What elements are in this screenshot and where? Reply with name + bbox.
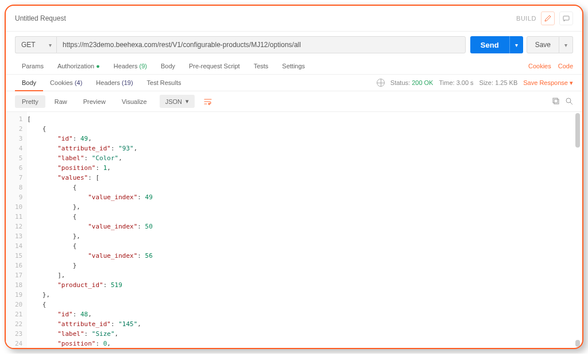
response-tabs: Body Cookies (4) Headers (19) Test Resul…	[15, 75, 188, 91]
status-label: Status: 200 OK	[390, 79, 434, 86]
request-row: GET Send ▾ Save ▾	[6, 32, 582, 58]
time-label: Time: 3.00 s	[439, 79, 473, 86]
save-dropdown[interactable]: ▾	[559, 36, 573, 53]
view-pretty[interactable]: Pretty	[15, 95, 45, 108]
code-link[interactable]: Code	[558, 63, 573, 69]
request-title: Untitled Request	[15, 14, 66, 22]
copy-icon[interactable]	[552, 98, 560, 105]
view-raw[interactable]: Raw	[48, 95, 74, 108]
tab-authorization[interactable]: Authorization ●	[51, 58, 107, 74]
build-label: BUILD	[516, 15, 536, 22]
url-input[interactable]	[56, 36, 466, 53]
tab-tests[interactable]: Tests	[247, 58, 276, 74]
resp-tab-testresults[interactable]: Test Results	[140, 75, 188, 91]
viewer-row: Pretty Raw Preview Visualize JSON▾	[6, 91, 582, 112]
response-meta-row: Body Cookies (4) Headers (19) Test Resul…	[6, 75, 582, 91]
resp-tab-cookies[interactable]: Cookies (4)	[43, 75, 89, 91]
cookies-link[interactable]: Cookies	[528, 63, 551, 69]
tab-params[interactable]: Params	[15, 58, 51, 74]
send-dropdown[interactable]: ▾	[509, 36, 523, 53]
resp-tab-body[interactable]: Body	[15, 75, 43, 91]
save-button[interactable]: Save	[527, 36, 559, 53]
response-body-viewer[interactable]: 1234567891011121314151617181920212223242…	[6, 112, 582, 348]
send-button[interactable]: Send	[470, 36, 509, 53]
view-preview[interactable]: Preview	[76, 95, 113, 108]
tab-headers[interactable]: Headers (9)	[107, 58, 154, 74]
edit-icon[interactable]	[541, 11, 555, 25]
svg-rect-1	[554, 99, 559, 104]
wrap-lines-icon[interactable]	[199, 96, 216, 107]
view-visualize[interactable]: Visualize	[115, 95, 154, 108]
format-select[interactable]: JSON▾	[160, 95, 195, 108]
search-icon[interactable]	[566, 98, 573, 105]
tab-settings[interactable]: Settings	[275, 58, 312, 74]
save-response-link[interactable]: Save Response ▾	[523, 79, 573, 87]
svg-rect-0	[563, 16, 569, 20]
tab-body[interactable]: Body	[154, 58, 182, 74]
svg-point-3	[566, 98, 571, 103]
request-tabs: Params Authorization ● Headers (9) Body …	[6, 58, 582, 75]
header-bar: Untitled Request BUILD	[6, 6, 582, 32]
resp-tab-headers[interactable]: Headers (19)	[89, 75, 140, 91]
tab-prerequest[interactable]: Pre-request Script	[182, 58, 247, 74]
svg-rect-2	[553, 98, 558, 103]
comment-icon[interactable]	[559, 11, 573, 25]
network-icon[interactable]	[377, 79, 385, 87]
size-label: Size: 1.25 KB	[479, 79, 518, 86]
method-select[interactable]: GET	[15, 36, 56, 53]
